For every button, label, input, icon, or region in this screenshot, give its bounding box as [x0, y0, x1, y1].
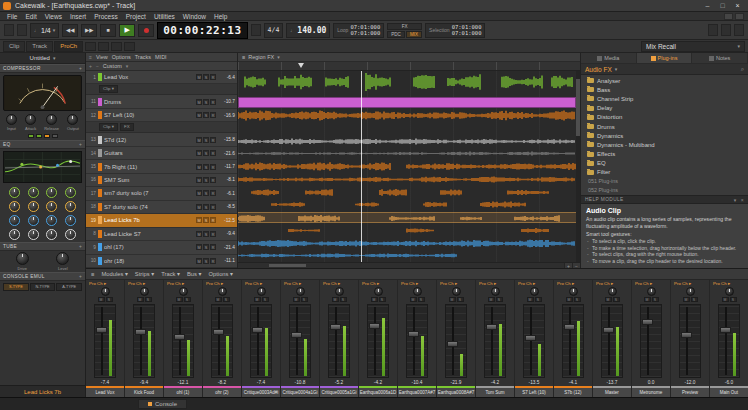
fader-lane[interactable]	[679, 304, 701, 378]
knob[interactable]	[28, 215, 39, 226]
inspector-footer-track-name[interactable]: Lead Licks 7b	[0, 385, 85, 397]
console-strip[interactable]: Pro Ch ▸MS-8.2ohr (2)	[203, 280, 242, 397]
knob[interactable]	[686, 287, 695, 296]
play-button[interactable]: ▶	[119, 24, 135, 37]
console-strip[interactable]: Pro Ch ▸MS-12.1ohl (1)	[164, 280, 203, 397]
plugin-category-item[interactable]: Filter	[581, 168, 748, 177]
fader-handle[interactable]	[330, 324, 341, 330]
track-menu-options[interactable]: Options	[112, 54, 131, 60]
zoom-out-icon[interactable]: −	[572, 263, 580, 268]
add-track-icon[interactable]: +	[89, 63, 92, 69]
track-mute-button[interactable]: M	[196, 217, 202, 223]
knob[interactable]	[46, 215, 57, 226]
strip-solo-button[interactable]: S	[262, 297, 269, 302]
strip-name[interactable]: Critique0005a1Gi	[320, 388, 358, 397]
console-type-button[interactable]: A-TYPE	[56, 283, 82, 291]
eq-module-header[interactable]: EQ+	[0, 140, 85, 149]
knob[interactable]	[9, 229, 20, 240]
module-led[interactable]	[28, 134, 34, 138]
fader-handle[interactable]	[408, 331, 419, 337]
snap-module[interactable]: ♩ 1/4 ▾	[30, 23, 59, 38]
track-record-button[interactable]: R	[210, 204, 216, 210]
track-mute-button[interactable]: M	[196, 244, 202, 250]
menu-icon[interactable]: ≡	[242, 54, 245, 60]
track-volume-value[interactable]: -11.7	[218, 164, 235, 169]
track-name[interactable]: SM7 Sum	[104, 177, 194, 183]
track-row[interactable]: 17sm7 durty solo (7MSR-6.1	[86, 187, 237, 200]
knob[interactable]	[46, 187, 57, 198]
track-volume-value[interactable]: -6.4	[218, 75, 235, 80]
track-name[interactable]: Lead Licks 7b	[104, 217, 194, 223]
meter-module[interactable]: 4/4	[264, 23, 284, 38]
prochannel-expander[interactable]: Pro Ch ▸	[632, 281, 652, 287]
strip-mute-button[interactable]: M	[527, 297, 534, 302]
track-row[interactable]: 1Lead VoxMSR-6.4	[86, 71, 237, 84]
strip-solo-button[interactable]: S	[145, 297, 152, 302]
track-name[interactable]: ohl (17)	[104, 244, 194, 250]
audio-clip[interactable]	[238, 110, 576, 121]
fader-handle[interactable]	[564, 324, 575, 330]
track-name[interactable]: Drums	[104, 99, 194, 105]
track-volume-value[interactable]: -6.1	[218, 191, 235, 196]
expand-icon[interactable]: +	[79, 142, 82, 147]
console-strip[interactable]: Pro Ch ▸MS-9.4Kick Food	[125, 280, 164, 397]
search-icon[interactable]: ⌕	[741, 66, 744, 73]
audio-clip[interactable]	[238, 136, 576, 147]
audio-clip[interactable]	[238, 225, 576, 236]
knob[interactable]	[608, 287, 617, 296]
console-strip[interactable]: Pro Ch ▸MS-10.4Earthqua0007A#7	[398, 280, 437, 397]
module-led[interactable]	[44, 134, 50, 138]
expand-icon[interactable]: +	[79, 244, 82, 249]
audio-clip[interactable]	[238, 238, 576, 249]
menu-icon[interactable]: ≡	[91, 271, 94, 277]
module-led[interactable]	[36, 134, 42, 138]
knob[interactable]	[218, 287, 227, 296]
track-solo-button[interactable]: S	[203, 217, 209, 223]
erase-tool-icon[interactable]	[124, 42, 135, 51]
strip-mute-button[interactable]: M	[254, 297, 261, 302]
track-name[interactable]: S7d (12)	[104, 137, 194, 143]
track-solo-button[interactable]: S	[203, 190, 209, 196]
strip-name[interactable]: ohr (2)	[203, 388, 241, 397]
strip-solo-button[interactable]: S	[457, 297, 464, 302]
track-record-button[interactable]: R	[210, 177, 216, 183]
fader-handle[interactable]	[447, 341, 458, 347]
prochannel-expander[interactable]: Pro Ch ▸	[437, 281, 457, 287]
track-mute-button[interactable]: M	[196, 74, 202, 80]
region-fx-menu[interactable]: Region FX	[248, 54, 274, 60]
strip-solo-button[interactable]: S	[379, 297, 386, 302]
fader-lane[interactable]	[289, 304, 311, 378]
fader-lane[interactable]	[133, 304, 155, 378]
selection-end[interactable]: 07:01:000	[452, 30, 482, 37]
plugin-category-item[interactable]: Distortion	[581, 113, 748, 122]
fader-handle[interactable]	[486, 324, 497, 330]
track-volume-value[interactable]: -8.1	[218, 177, 235, 182]
strip-name[interactable]: ohl (1)	[164, 388, 202, 397]
fader-handle[interactable]	[720, 327, 731, 333]
close-icon[interactable]: ×	[741, 197, 744, 203]
track-record-button[interactable]: R	[210, 164, 216, 170]
console-strip[interactable]: Pro Ch ▸MS-12.0Preview	[671, 280, 710, 397]
track-menu-tracks[interactable]: Tracks	[135, 54, 151, 60]
prochannel-expander[interactable]: Pro Ch ▸	[203, 281, 223, 287]
fader-handle[interactable]	[603, 327, 614, 333]
track-row[interactable]: 9ohl (17)MSR-21.4	[86, 241, 237, 254]
strip-name[interactable]: S7 Left (10)	[515, 388, 553, 397]
track-mute-button[interactable]: M	[196, 137, 202, 143]
loop-module[interactable]: Loop 07:01:000 07:01:000	[333, 23, 384, 38]
prochannel-expander[interactable]: Pro Ch ▸	[86, 281, 106, 287]
fader-lane[interactable]	[484, 304, 506, 378]
knob[interactable]	[647, 287, 656, 296]
record-button[interactable]	[138, 24, 154, 37]
menu-item-views[interactable]: Views	[41, 12, 66, 21]
track-volume-value[interactable]: -15.8	[218, 137, 235, 142]
time-mode-icon[interactable]	[251, 24, 261, 36]
track-volume-value[interactable]: -21.6	[218, 151, 235, 156]
knob[interactable]	[9, 201, 20, 212]
strip-name[interactable]: Critique0004a1Gi	[281, 388, 319, 397]
menu-item-utilities[interactable]: Utilities	[150, 12, 179, 21]
inspector-tab-clip[interactable]: Clip	[3, 41, 25, 52]
tube-module-header[interactable]: TUBE+	[0, 242, 85, 251]
console-strip[interactable]: Pro Ch ▸MS-5.2Critique0005a1Gi	[320, 280, 359, 397]
strip-mute-button[interactable]: M	[176, 297, 183, 302]
